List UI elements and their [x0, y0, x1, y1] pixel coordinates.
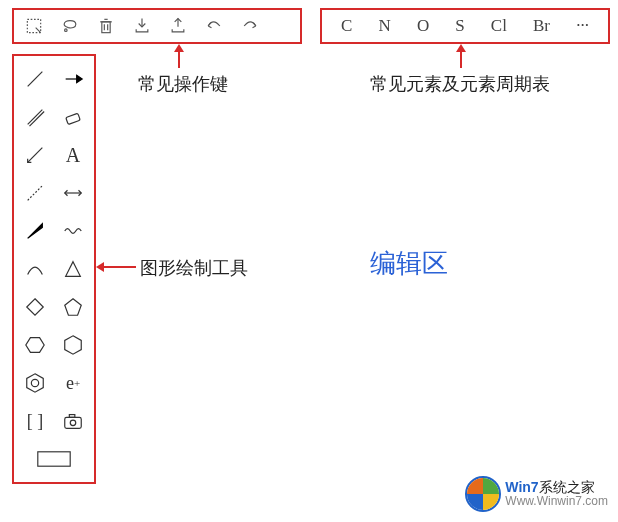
tool-eplus[interactable]: e+ — [56, 368, 90, 398]
undo-icon[interactable] — [202, 14, 226, 38]
tool-diamond[interactable] — [18, 292, 52, 322]
element-s[interactable]: S — [451, 16, 468, 36]
tool-line-dashed[interactable] — [18, 178, 52, 208]
redo-icon[interactable] — [238, 14, 262, 38]
svg-point-14 — [70, 420, 76, 426]
top-toolbar — [12, 8, 302, 44]
watermark-logo-icon — [465, 476, 501, 512]
tool-benzene[interactable] — [18, 368, 52, 398]
editor-area-label: 编辑区 — [370, 246, 448, 281]
tool-line-slashes[interactable] — [18, 140, 52, 170]
svg-marker-9 — [26, 338, 44, 353]
arrow-head-icon — [96, 262, 104, 272]
svg-point-1 — [65, 29, 68, 32]
svg-rect-16 — [38, 452, 70, 466]
svg-rect-15 — [69, 415, 75, 418]
element-n[interactable]: N — [375, 16, 395, 36]
camera-icon[interactable] — [56, 406, 90, 436]
element-c[interactable]: C — [337, 16, 356, 36]
annotation-top-toolbar: 常见操作键 — [138, 72, 228, 96]
element-panel: C N O S Cl Br ··· — [320, 8, 610, 44]
tool-line-double[interactable] — [18, 102, 52, 132]
svg-marker-6 — [66, 262, 81, 277]
element-cl[interactable]: Cl — [487, 16, 511, 36]
watermark-url: Www.Winwin7.com — [505, 495, 608, 508]
svg-marker-7 — [27, 299, 44, 316]
import-icon[interactable] — [130, 14, 154, 38]
svg-marker-3 — [77, 75, 83, 82]
tool-wedge[interactable] — [18, 216, 52, 246]
tool-hexagon-alt[interactable] — [56, 330, 90, 360]
tool-arc[interactable] — [18, 254, 52, 284]
svg-marker-10 — [65, 336, 82, 354]
tool-wavy[interactable] — [56, 216, 90, 246]
arrow-head-icon — [174, 44, 184, 52]
svg-marker-11 — [27, 374, 44, 392]
export-icon[interactable] — [166, 14, 190, 38]
watermark-title: Win7系统之家 — [505, 480, 608, 495]
trash-icon[interactable] — [94, 14, 118, 38]
tool-arrow-solid[interactable] — [56, 64, 90, 94]
tool-rectangle[interactable] — [18, 444, 90, 474]
svg-rect-13 — [65, 417, 82, 428]
annotation-sidetools: 图形绘制工具 — [140, 256, 248, 280]
element-more[interactable]: ··· — [572, 16, 593, 36]
svg-marker-5 — [28, 224, 43, 239]
lasso-tool[interactable] — [58, 14, 82, 38]
watermark: Win7系统之家 Www.Winwin7.com — [465, 476, 608, 512]
tool-brackets[interactable]: [ ] — [18, 406, 52, 436]
tool-line-solid[interactable] — [18, 64, 52, 94]
svg-marker-8 — [65, 299, 82, 316]
tool-line-arrow-both[interactable] — [56, 178, 90, 208]
svg-rect-4 — [66, 113, 81, 124]
tool-hexagon[interactable] — [18, 330, 52, 360]
element-br[interactable]: Br — [529, 16, 554, 36]
annotation-elements: 常见元素及元素周期表 — [370, 72, 550, 96]
svg-rect-2 — [102, 22, 110, 33]
text-tool[interactable]: A — [56, 140, 90, 170]
tool-pentagon[interactable] — [56, 292, 90, 322]
tool-triangle[interactable] — [56, 254, 90, 284]
marquee-tool[interactable] — [22, 14, 46, 38]
eraser-icon[interactable] — [56, 102, 90, 132]
element-o[interactable]: O — [413, 16, 433, 36]
svg-point-12 — [31, 379, 38, 386]
arrow-head-icon — [456, 44, 466, 52]
side-toolbar: A e+ [ ] — [12, 54, 96, 484]
